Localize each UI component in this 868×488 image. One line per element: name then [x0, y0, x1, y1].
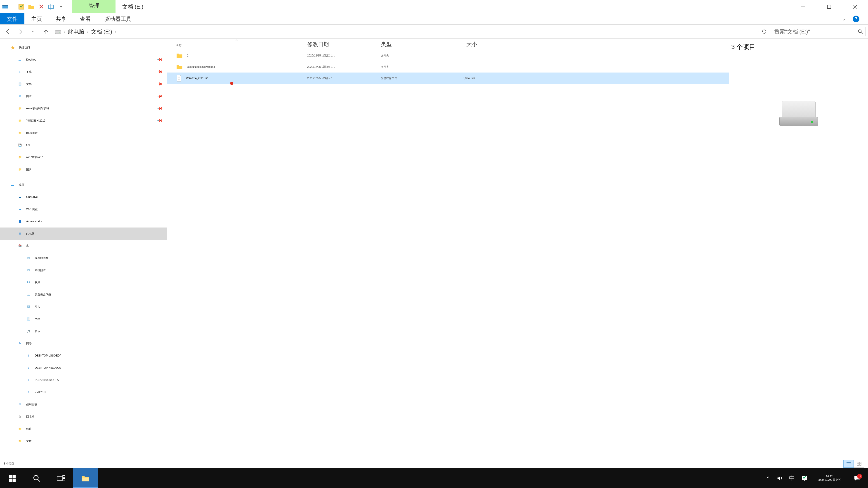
breadcrumb-thispc[interactable]: 此电脑	[68, 28, 84, 35]
file-row[interactable]: Win7x64_2020.iso2020/12/25, 星期五 1...光盘映像…	[167, 72, 729, 84]
col-type[interactable]: 类型	[381, 41, 441, 48]
breadcrumb-sep-icon[interactable]: ›	[86, 29, 90, 34]
tray-volume-icon[interactable]	[776, 475, 783, 482]
start-button[interactable]	[0, 468, 24, 488]
tree-yunqishi[interactable]: 📁YUNQISHI2019📌	[0, 115, 167, 127]
address-bar[interactable]: › 此电脑 › 文档 (E:) › ⌄	[53, 27, 769, 36]
tree-quick-access[interactable]: ★ 快速访问	[0, 41, 167, 54]
drive-illustration	[779, 101, 818, 126]
tree-administrator[interactable]: 👤Administrator	[0, 215, 167, 228]
tree-excel[interactable]: 📁excel表格制作求和📌	[0, 102, 167, 115]
tree-network[interactable]: 🖧网络	[0, 337, 167, 350]
tray-overflow-icon[interactable]: ⌃	[766, 476, 770, 481]
label: 文档	[35, 317, 40, 321]
help-button[interactable]: ?	[850, 15, 862, 22]
close-button[interactable]	[842, 0, 868, 13]
file-row[interactable]: BaiduNetdiskDownload2020/12/25, 星期五 1...…	[167, 61, 729, 72]
qat-dropdown-icon[interactable]: ▾	[58, 3, 64, 10]
file-list[interactable]: 12020/12/15, 星期二 1...文件夹BaiduNetdiskDown…	[167, 50, 729, 459]
taskbar-explorer-button[interactable]	[73, 468, 98, 488]
tree-downloads[interactable]: ⬇下载📌	[0, 66, 167, 78]
folder-icon: 📁	[16, 154, 24, 161]
tree-desktop-root[interactable]: ▬桌面	[0, 179, 167, 191]
title-tabs: 管理 文档 (E:)	[72, 0, 790, 13]
body: ★ 快速访问 ▬Desktop📌 ⬇下载📌 📄文档📌 🖼图片📌 📁excel表格…	[0, 39, 868, 459]
tree-pictures3[interactable]: 🖼图片	[0, 301, 167, 313]
nav-history-dropdown[interactable]	[28, 26, 39, 37]
tree-music[interactable]: 🎵音乐	[0, 325, 167, 337]
breadcrumb-sep-icon[interactable]: ›	[114, 29, 118, 34]
tree-gdrive[interactable]: 💾G:\	[0, 139, 167, 151]
ribbon-tab-view[interactable]: 查看	[73, 13, 98, 24]
tree-win7[interactable]: 📁win7重装win7	[0, 151, 167, 163]
contextual-tab-manage[interactable]: 管理	[72, 0, 116, 13]
search-input[interactable]	[774, 29, 857, 35]
ribbon-tab-drivetools[interactable]: 驱动器工具	[98, 13, 138, 24]
tree-docs-lib[interactable]: 📄文档	[0, 313, 167, 325]
qat-newfolder-icon[interactable]	[28, 3, 35, 10]
label: 本机照片	[35, 268, 46, 272]
tree-control-panel[interactable]: ⚙控制面板	[0, 398, 167, 411]
search-box[interactable]	[772, 27, 866, 36]
tree-pictures2[interactable]: 📁图片	[0, 163, 167, 175]
tree-pc3[interactable]: 🖥PC-20190530OBLA	[0, 374, 167, 386]
view-icons-button[interactable]	[854, 460, 864, 468]
desktop-icon: ▬	[9, 181, 16, 188]
tray-clock[interactable]: 16:32 2020/12/25, 星期五	[814, 475, 844, 482]
qat-properties-icon[interactable]	[18, 3, 25, 10]
maximize-button[interactable]	[816, 0, 842, 13]
nav-back-button[interactable]	[2, 26, 13, 37]
svg-line-24	[38, 480, 40, 482]
tree-camera-roll[interactable]: 🖼本机照片	[0, 264, 167, 276]
tray-security-icon[interactable]	[801, 475, 808, 482]
navigation-pane[interactable]: ★ 快速访问 ▬Desktop📌 ⬇下载📌 📄文档📌 🖼图片📌 📁excel表格…	[0, 39, 167, 459]
file-row[interactable]: 12020/12/15, 星期二 1...文件夹	[167, 50, 729, 61]
tree-recycle-bin[interactable]: 🗑回收站	[0, 411, 167, 423]
cursor-indicator	[230, 82, 233, 85]
task-view-button[interactable]	[49, 468, 73, 488]
tree-pc2[interactable]: 🖥DESKTOP-NJEU3CG	[0, 362, 167, 374]
address-dropdown-icon[interactable]: ⌄	[757, 29, 759, 34]
ribbon-tab-file[interactable]: 文件	[0, 13, 24, 24]
tree-thispc[interactable]: 🖥此电脑	[0, 228, 167, 240]
col-date[interactable]: 修改日期	[307, 41, 381, 48]
tree-pictures[interactable]: 🖼图片📌	[0, 90, 167, 102]
ribbon-tab-home[interactable]: 主页	[24, 13, 49, 24]
ribbon-tab-share[interactable]: 共享	[49, 13, 73, 24]
tree-tianyi[interactable]: ☁天翼云盘下载	[0, 289, 167, 301]
breadcrumb-drive[interactable]: 文档 (E:)	[91, 28, 112, 35]
quick-access-toolbar: ✕ ▾	[0, 0, 72, 13]
col-name[interactable]: 名称⌃	[176, 41, 307, 47]
nav-forward-button[interactable]	[15, 26, 26, 37]
tray-ime-indicator[interactable]: 中	[789, 474, 795, 482]
tree-videos[interactable]: 🎞视频	[0, 276, 167, 289]
tree-wps[interactable]: ☁WPS网盘	[0, 203, 167, 215]
tree-files[interactable]: 📁文件	[0, 435, 167, 447]
qat-rename-icon[interactable]	[48, 3, 55, 10]
col-size[interactable]: 大小	[441, 41, 477, 48]
breadcrumb-sep-icon[interactable]: ›	[63, 29, 67, 34]
label: excel表格制作求和	[26, 107, 49, 110]
view-details-button[interactable]	[843, 460, 854, 468]
svg-rect-27	[63, 479, 65, 481]
nav-up-button[interactable]	[40, 26, 52, 37]
label: 天翼云盘下载	[35, 293, 51, 297]
ribbon-collapse-icon[interactable]: ⌄	[842, 16, 846, 22]
refresh-icon[interactable]	[762, 29, 767, 34]
search-icon[interactable]	[857, 29, 863, 35]
tree-onedrive[interactable]: ☁OneDrive	[0, 191, 167, 203]
status-item-count: 3 个项目	[4, 462, 14, 466]
qat-delete-icon[interactable]: ✕	[38, 3, 44, 10]
tree-libraries[interactable]: 📚库	[0, 240, 167, 252]
tree-pc1[interactable]: 🖥DESKTOP-LSSOEDP	[0, 350, 167, 362]
tree-software[interactable]: 📁软件	[0, 423, 167, 435]
taskbar-search-button[interactable]	[24, 468, 49, 488]
action-center-button[interactable]: 3	[851, 475, 864, 482]
tree-desktop[interactable]: ▬Desktop📌	[0, 54, 167, 66]
tree-saved-pictures[interactable]: 🖼保存的图片	[0, 252, 167, 264]
minimize-button[interactable]	[790, 0, 816, 13]
svg-rect-26	[63, 475, 65, 478]
tree-bandicam[interactable]: 📁Bandicam	[0, 127, 167, 139]
tree-pc4[interactable]: 🖥ZMT2019	[0, 386, 167, 398]
tree-documents[interactable]: 📄文档📌	[0, 78, 167, 90]
